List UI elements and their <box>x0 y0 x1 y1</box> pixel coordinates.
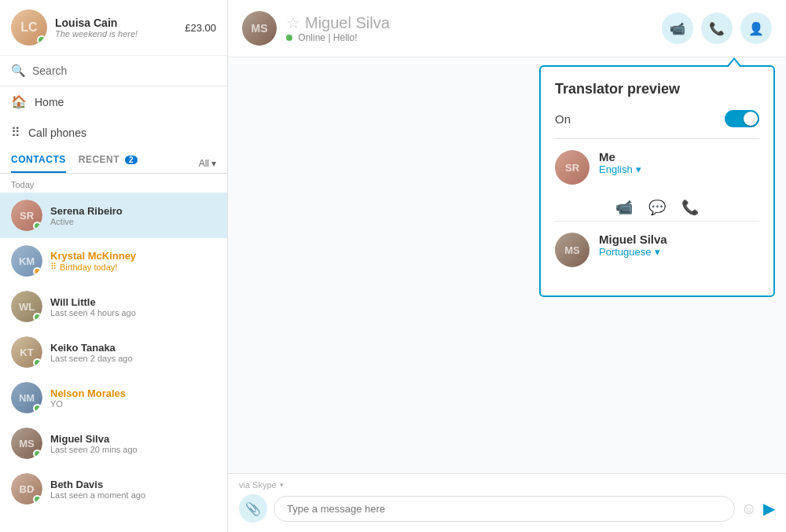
translator-me-lang[interactable]: English ▾ <box>599 163 641 175</box>
send-button[interactable]: ▶ <box>763 499 775 518</box>
avatar: LC <box>11 9 47 46</box>
phone-icon: 📞 <box>681 200 699 215</box>
tab-recent[interactable]: RECENT 2 <box>79 154 138 173</box>
avatar: KT <box>11 336 42 368</box>
avatar: NM <box>11 382 42 413</box>
translator-call-button[interactable]: 📞 <box>681 199 699 216</box>
main-area: MS ☆ Miguel Silva Online | Hello! 📹 📞 👤 <box>228 0 786 532</box>
translator-toggle-row: On <box>555 110 759 139</box>
translator-miguel-row: MS Miguel Silva Portuguese ▾ <box>555 233 759 267</box>
chevron-down-icon: ▾ <box>211 158 216 169</box>
avatar: BD <box>11 473 42 504</box>
translator-me-name: Me <box>599 150 641 163</box>
header-status: Online | Hello! <box>286 32 390 43</box>
contact-name: Krystal McKinney <box>50 250 216 262</box>
translator-miguel-lang[interactable]: Portuguese ▾ <box>599 246 667 258</box>
send-icon: ▶ <box>763 500 775 517</box>
contacts-button[interactable]: 👤 <box>740 13 772 44</box>
contact-name: Keiko Tanaka <box>50 342 216 354</box>
translator-toggle[interactable] <box>725 110 759 127</box>
panel-caret <box>726 57 742 67</box>
translator-video-button[interactable]: 📹 <box>615 199 633 216</box>
contact-item-keiko[interactable]: KT Keiko Tanaka Last seen 2 days ago <box>0 329 227 375</box>
header-actions: 📹 📞 👤 <box>662 13 772 44</box>
nav-home[interactable]: 🏠 Home <box>0 86 227 117</box>
chevron-down-icon: ▾ <box>655 246 660 258</box>
avatar: SR <box>11 200 42 231</box>
translator-actions: 📹 💬 📞 <box>555 199 759 216</box>
contact-info: Serena Ribeiro Active <box>50 205 216 226</box>
contact-item-serena[interactable]: SR Serena Ribeiro Active <box>0 193 227 238</box>
translator-miguel-info: Miguel Silva Portuguese ▾ <box>599 233 667 258</box>
sidebar: LC Louisa Cain The weekend is here! £23.… <box>0 0 228 532</box>
search-bar[interactable]: 🔍 Search <box>0 56 227 86</box>
recent-badge: 2 <box>125 156 138 164</box>
status-dot <box>33 267 42 276</box>
panel-caret-inner <box>728 60 740 68</box>
status-dot <box>33 495 42 504</box>
chat-icon: 💬 <box>648 200 666 215</box>
contact-name: Miguel Silva <box>50 433 216 445</box>
translator-me-avatar: SR <box>555 150 590 185</box>
nav-call-phones[interactable]: ⠿ Call phones <box>0 117 227 148</box>
translator-panel: Translator preview On SR Me English ▾ <box>539 65 775 297</box>
contact-sub: ⠿ Birthday today! <box>50 262 216 272</box>
contact-name: Serena Ribeiro <box>50 205 216 217</box>
profile-status-text: The weekend is here! <box>55 29 185 39</box>
translator-me-row: SR Me English ▾ <box>555 150 759 185</box>
chat-bottom: via Skype ▾ 📎 ☺ ▶ <box>228 473 786 532</box>
avatar: WL <box>11 291 42 322</box>
contact-info: Miguel Silva Last seen 20 mins ago <box>50 433 216 454</box>
search-icon: 🔍 <box>11 64 26 78</box>
contact-item-will[interactable]: WL Will Little Last seen 4 hours ago <box>0 284 227 329</box>
chat-area: 🌐 Translator preview On SR Me <box>228 57 786 473</box>
contact-item-krystal[interactable]: KM Krystal McKinney ⠿ Birthday today! <box>0 238 227 284</box>
emoji-button[interactable]: ☺ <box>741 500 757 518</box>
tab-contacts[interactable]: CONTACTS <box>11 154 66 173</box>
contact-sub: Last seen 2 days ago <box>50 354 216 363</box>
contact-info: Keiko Tanaka Last seen 2 days ago <box>50 342 216 363</box>
header-star-icon: ☆ <box>286 13 300 32</box>
video-icon: 📹 <box>615 200 633 215</box>
translator-chat-button[interactable]: 💬 <box>648 199 666 216</box>
message-input[interactable] <box>274 496 735 522</box>
attach-button[interactable]: 📎 <box>239 494 267 523</box>
profile-name: Louisa Cain <box>55 17 185 29</box>
nav-home-label: Home <box>35 96 64 108</box>
contact-info: Krystal McKinney ⠿ Birthday today! <box>50 250 216 272</box>
contact-sub: Last seen 20 mins ago <box>50 445 216 454</box>
contact-info: Beth Davis Last seen a moment ago <box>50 479 216 500</box>
contact-list: SR Serena Ribeiro Active KM Krystal McKi… <box>0 193 227 532</box>
toggle-knob <box>744 112 758 126</box>
avatar: KM <box>11 245 42 277</box>
section-today: Today <box>0 174 227 193</box>
phone-icon: 📞 <box>709 21 725 36</box>
translator-title: Translator preview <box>555 81 759 97</box>
translator-miguel-name: Miguel Silva <box>599 233 667 246</box>
contact-item-beth[interactable]: BD Beth Davis Last seen a moment ago <box>0 466 227 512</box>
translator-miguel-avatar: MS <box>555 233 590 267</box>
filter-dropdown[interactable]: All ▾ <box>199 158 216 169</box>
input-row: 📎 ☺ ▶ <box>239 494 775 523</box>
status-dot <box>33 404 42 413</box>
via-label: via Skype ▾ <box>239 480 775 490</box>
contact-sub: Last seen 4 hours ago <box>50 308 216 317</box>
toggle-label: On <box>555 112 571 126</box>
contact-name: Beth Davis <box>50 479 216 490</box>
header-info: ☆ Miguel Silva Online | Hello! <box>286 13 390 43</box>
birthday-icon: ⠿ <box>50 262 57 272</box>
contact-item-miguel[interactable]: MS Miguel Silva Last seen 20 mins ago <box>0 420 227 466</box>
video-call-button[interactable]: 📹 <box>662 13 693 44</box>
avatar: MS <box>11 427 42 459</box>
status-dot <box>33 358 42 367</box>
profile-status-dot <box>37 35 46 45</box>
contact-sub: Active <box>50 217 216 226</box>
contact-name: Nelson Morales <box>50 387 216 399</box>
contact-info: Will Little Last seen 4 hours ago <box>50 296 216 317</box>
call-button[interactable]: 📞 <box>701 13 733 44</box>
contact-item-nelson[interactable]: NM Nelson Morales YO <box>0 375 227 420</box>
contact-header: MS ☆ Miguel Silva Online | Hello! 📹 📞 👤 <box>228 0 786 57</box>
status-dot <box>33 313 42 321</box>
search-label: Search <box>32 64 67 77</box>
contact-sub: Last seen a moment ago <box>50 490 216 500</box>
